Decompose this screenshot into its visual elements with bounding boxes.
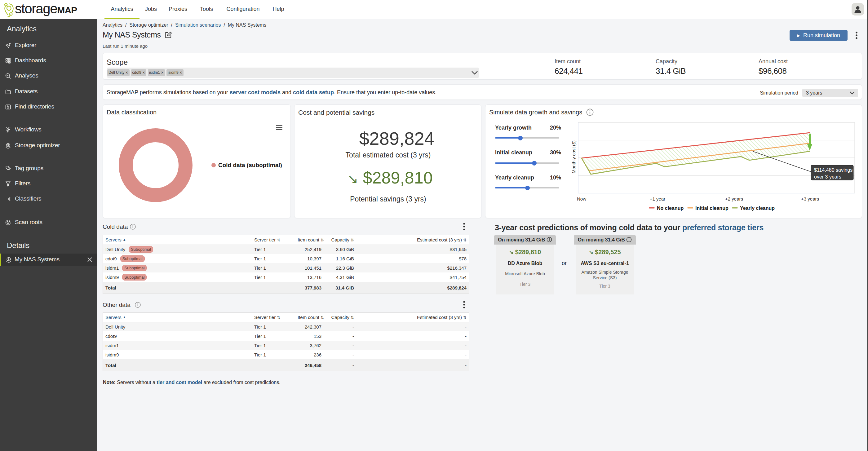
svg-text:$114,480 savings: $114,480 savings (814, 167, 852, 173)
svg-text:over 3 years: over 3 years (814, 174, 841, 180)
svg-text:+1 year: +1 year (650, 196, 665, 201)
svg-text:+3 years: +3 years (801, 196, 819, 201)
svg-text:Initial cleanup: Initial cleanup (695, 205, 728, 211)
svg-text:No cleanup: No cleanup (657, 205, 684, 211)
svg-text:Yearly cleanup: Yearly cleanup (740, 205, 775, 211)
svg-text:+2 years: +2 years (725, 196, 743, 201)
svg-text:Monthly cost ($): Monthly cost ($) (571, 140, 576, 173)
svg-text:Now: Now (577, 196, 586, 201)
